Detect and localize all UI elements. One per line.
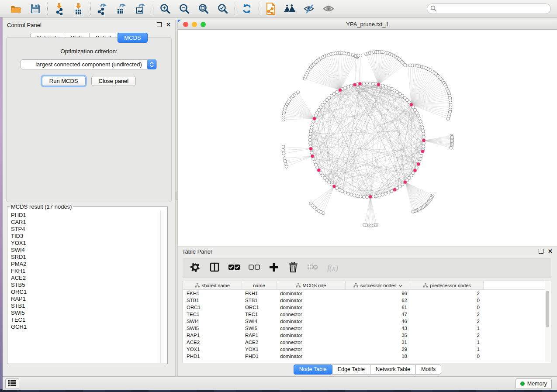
mcds-result-item[interactable]: SWI4 (8, 247, 160, 254)
table-scrollbar[interactable] (545, 282, 550, 362)
table-toolbar: f(x) (183, 258, 551, 278)
import-network-button[interactable] (52, 2, 66, 16)
add-column-button[interactable] (269, 262, 279, 274)
open-folder-button[interactable] (9, 2, 23, 16)
table-row[interactable]: SWI5SWI5connector431 (183, 325, 546, 332)
show-columns-button[interactable] (209, 262, 220, 274)
mcds-result-item[interactable]: YOX1 (8, 240, 160, 247)
show-details-icon (322, 3, 335, 14)
close-table-panel-icon[interactable]: ✕ (548, 249, 553, 254)
select-all-button[interactable] (228, 262, 240, 274)
float-panel-icon[interactable] (157, 22, 162, 27)
close-panel-icon[interactable]: ✕ (166, 22, 171, 27)
run-mcds-button[interactable]: Run MCDS (42, 76, 86, 86)
export-table-icon (116, 3, 128, 15)
mcds-result-item[interactable]: PMA2 (8, 261, 160, 268)
tab-node-table[interactable]: Node Table (294, 364, 332, 375)
delete-column-button[interactable] (288, 262, 298, 274)
cell-name: TEC1 (242, 311, 277, 318)
cell-name: ACE2 (242, 339, 277, 346)
add-column-icon (269, 262, 279, 274)
window-close-icon[interactable] (183, 22, 188, 27)
mcds-result-item[interactable]: FKH1 (8, 268, 160, 275)
mcds-result-item[interactable]: CAR1 (8, 219, 160, 226)
task-history-button[interactable] (5, 378, 19, 389)
cell-shared-name: YOX1 (183, 346, 242, 353)
toolbar-group (259, 2, 340, 16)
memory-button[interactable]: Memory (515, 378, 552, 389)
mcds-result-item[interactable]: STB1 (8, 303, 160, 309)
column-header-name[interactable]: name (242, 281, 277, 290)
table-row[interactable]: RAP1RAP1dominator352 (183, 332, 546, 339)
settings-gear-button[interactable] (190, 262, 201, 274)
cell-successor-nodes: 31 (345, 339, 411, 346)
window-maximize-icon[interactable] (201, 22, 206, 27)
search-icon (430, 5, 437, 14)
mcds-result-item[interactable]: TID3 (8, 233, 160, 240)
cell-name: FKH1 (242, 290, 277, 297)
optimization-criterion-select[interactable]: largest connected component (undirected) (21, 59, 157, 69)
search-input[interactable] (427, 3, 551, 14)
tab-network-table[interactable]: Network Table (370, 364, 416, 375)
save-button[interactable] (28, 2, 42, 16)
cell-shared-name: TEC1 (183, 311, 242, 318)
table-row[interactable]: ORC1ORC1dominator610 (183, 304, 546, 311)
hide-details-button[interactable] (302, 2, 316, 16)
cell-successor-nodes: 18 (345, 353, 411, 360)
refresh-button[interactable] (240, 2, 254, 16)
hide-details-icon (303, 3, 315, 14)
column-header-predecessor-nodes[interactable]: predecessor nodes (411, 281, 483, 290)
tab-edge-table[interactable]: Edge Table (332, 364, 370, 375)
export-image-button[interactable] (134, 2, 148, 16)
zoom-selected-button[interactable] (216, 2, 230, 16)
table-row[interactable]: FKH1FKH1dominator962 (183, 290, 546, 297)
mcds-result-item[interactable]: PHD1 (8, 212, 160, 219)
column-header-shared-name[interactable]: shared name (183, 281, 242, 290)
import-table-button[interactable] (72, 2, 86, 16)
mcds-result-item[interactable]: STB5 (8, 282, 160, 289)
delete-table-button (307, 262, 318, 274)
table-row[interactable]: STB1STB1dominator620 (183, 297, 546, 304)
export-table-button[interactable] (115, 2, 129, 16)
cell-shared-name: SWI4 (183, 318, 242, 325)
combo-stepper-icon (147, 59, 156, 69)
birds-eye-button[interactable] (283, 2, 297, 16)
column-header-MCDS-role[interactable]: MCDS role (277, 281, 345, 290)
toolbar-group (91, 2, 153, 16)
mcds-result-item[interactable]: ORC1 (8, 289, 160, 296)
close-panel-button[interactable]: Close panel (91, 76, 136, 86)
mcds-list-scrollbar[interactable] (160, 210, 167, 363)
table-scrollbar-thumb[interactable] (546, 291, 549, 327)
mcds-result-item[interactable]: SWI5 (8, 309, 160, 316)
show-details-button[interactable] (322, 2, 336, 16)
zoom-fit-button[interactable] (197, 2, 211, 16)
mcds-result-item[interactable]: ACE2 (8, 275, 160, 282)
export-network-button[interactable] (96, 2, 110, 16)
mcds-result-item[interactable]: GCR1 (8, 323, 160, 330)
zoom-in-button[interactable] (158, 2, 172, 16)
mcds-result-item[interactable]: SRD1 (8, 254, 160, 261)
network-window-titlebar[interactable]: YPA_prune.txt_1 (178, 20, 557, 30)
deselect-all-button[interactable] (249, 262, 260, 274)
network-window-title: YPA_prune.txt_1 (178, 20, 557, 29)
column-header-label: predecessor nodes (430, 283, 471, 288)
table-row[interactable]: YOX1YOX1connector291 (183, 346, 546, 353)
mcds-result-item[interactable]: STP4 (8, 226, 160, 233)
mcds-result-item[interactable]: TEC1 (8, 316, 160, 323)
table-row[interactable]: TEC1TEC1connector472 (183, 311, 546, 318)
window-minimize-icon[interactable] (192, 22, 197, 27)
tab-mcds[interactable]: MCDS (118, 33, 147, 43)
cell-name: RAP1 (242, 332, 277, 339)
table-row[interactable]: SWI4SWI4dominator462 (183, 318, 546, 325)
tab-motifs[interactable]: Motifs (415, 364, 441, 375)
cell-predecessor-nodes: 2 (411, 332, 483, 339)
table-row[interactable]: PHD1PHD1dominator180 (183, 353, 546, 360)
mcds-result-item[interactable]: RAP1 (8, 296, 160, 303)
network-file-button[interactable] (264, 2, 278, 16)
float-table-panel-icon[interactable] (539, 249, 543, 254)
zoom-out-button[interactable] (177, 2, 191, 16)
table-row[interactable]: ACE2ACE2connector311 (183, 339, 546, 346)
main-toolbar (0, 0, 557, 17)
column-header-successor-nodes[interactable]: successor nodes (345, 281, 411, 290)
network-canvas[interactable] (178, 30, 557, 246)
